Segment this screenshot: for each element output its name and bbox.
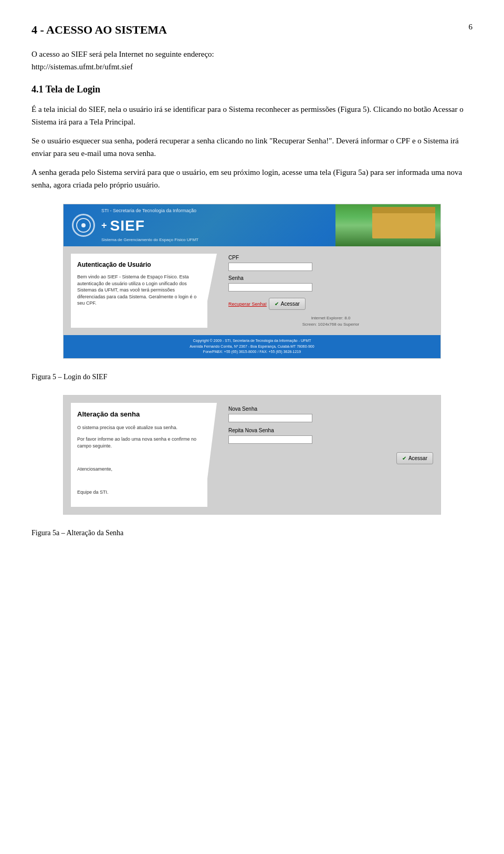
sief-auth-text: Bem vindo ao SIEF - Sistema de Espaço Fí…: [77, 274, 201, 307]
sief-senha-input[interactable]: [228, 283, 312, 291]
sief-brand-subtitle: Sistema de Gerenciamento do Espaço Físic…: [101, 237, 198, 243]
pwd-change-title: Alteração da senha: [77, 409, 201, 420]
paragraph-3: A senha gerada pelo Sistema servirá para…: [32, 166, 472, 191]
pwd-acessar-label: Acessar: [408, 454, 427, 462]
pwd-repita-senha-input[interactable]: [228, 435, 312, 444]
paragraph-2: Se o usuário esquecer sua senha, poderá …: [32, 134, 472, 160]
pwd-change-text4: Equipe da STI.: [77, 489, 201, 496]
sief-senha-group: Senha: [228, 274, 433, 291]
pwd-check-icon: ✔: [402, 454, 406, 462]
sief-right-panel: CPF Senha Recuperar Senha! ✔ Acessar Int…: [213, 254, 433, 328]
sief-main-content: Autenticação de Usuário Bem vindo ao SIE…: [64, 246, 440, 335]
sief-ie-note: Internet Explorer: 8.0 Screen: 1024x768 …: [228, 315, 433, 328]
sief-brand-area: STI - Secretaria de Tecnologia da Inform…: [101, 207, 198, 243]
pwd-repita-senha-group: Repita Nova Senha: [228, 426, 433, 444]
paragraph-1: É a tela inicial do SIEF, nela o usuário…: [32, 103, 472, 128]
sief-logo-inner: [76, 218, 91, 233]
sief-acessar-label: Acessar: [281, 300, 300, 308]
section-heading: 4 - ACESSO AO SISTEMA: [32, 21, 472, 38]
sief-auth-title: Autenticação de Usuário: [77, 260, 201, 269]
pwd-change-text1: O sistema precisa que você atualize sua …: [77, 424, 201, 432]
pwd-left-panel: Alteração da senha O sistema precisa que…: [71, 403, 207, 507]
pwd-change-text3: Atenciosamente,: [77, 466, 201, 473]
sief-cpf-group: CPF: [228, 254, 433, 271]
sief-footer: Copyright © 2009 - STI, Secretaria de Te…: [64, 335, 440, 358]
sief-cpf-label: CPF: [228, 254, 433, 262]
sief-logo-dot: [81, 223, 86, 227]
sief-building-decoration: [372, 207, 435, 238]
sief-left-panel: Autenticação de Usuário Bem vindo ao SIE…: [71, 254, 207, 328]
sief-senha-label: Senha: [228, 274, 433, 282]
pwd-nova-senha-input[interactable]: [228, 414, 312, 422]
sief-brand-name: SIEF: [110, 215, 145, 237]
intro-paragraph: O acesso ao SIEF será pela Internet no s…: [32, 48, 472, 73]
sief-check-icon: ✔: [275, 300, 279, 308]
figure-5-container: STI - Secretaria de Tecnologia da Inform…: [63, 204, 441, 359]
sief-footer-text: Copyright © 2009 - STI, Secretaria de Te…: [67, 338, 437, 355]
subsection-4-1-heading: 4.1 Tela de Login: [32, 82, 472, 97]
sief-login-screenshot: STI - Secretaria de Tecnologia da Inform…: [64, 204, 440, 358]
sief-acessar-button[interactable]: ✔ Acessar: [269, 298, 306, 310]
pwd-change-screenshot: Alteração da senha O sistema precisa que…: [64, 395, 440, 514]
sief-sti-label: STI - Secretaria de Tecnologia da Inform…: [101, 207, 198, 215]
pwd-change-text2: Por favor informe ao lado uma nova senha…: [77, 436, 201, 450]
pwd-nova-senha-label: Nova Senha: [228, 405, 433, 413]
pwd-nova-senha-group: Nova Senha: [228, 405, 433, 422]
figure-5a-caption: Figura 5a – Alteração da Senha: [32, 527, 472, 538]
sief-logo-circle: [72, 214, 95, 237]
sief-header-image: [335, 204, 440, 246]
pwd-acessar-button[interactable]: ✔ Acessar: [396, 452, 433, 464]
sief-recover-senha-link[interactable]: Recuperar Senha!: [228, 301, 267, 308]
pwd-main-content: Alteração da senha O sistema precisa que…: [64, 395, 440, 514]
sief-logo-text-group: + SIEF: [101, 215, 198, 237]
page-number: 6: [469, 21, 473, 33]
pwd-repita-senha-label: Repita Nova Senha: [228, 426, 433, 434]
sief-recover-area: Recuperar Senha! ✔ Acessar: [228, 295, 433, 310]
sief-header: STI - Secretaria de Tecnologia da Inform…: [64, 204, 440, 246]
figure-5a-container: Alteração da senha O sistema precisa que…: [63, 395, 441, 515]
sief-cpf-input[interactable]: [228, 263, 312, 271]
pwd-right-panel: Nova Senha Repita Nova Senha ✔ Acessar: [213, 403, 433, 507]
sief-plus-icon: +: [101, 218, 107, 233]
figure-5-caption: Figura 5 – Login do SIEF: [32, 371, 472, 382]
